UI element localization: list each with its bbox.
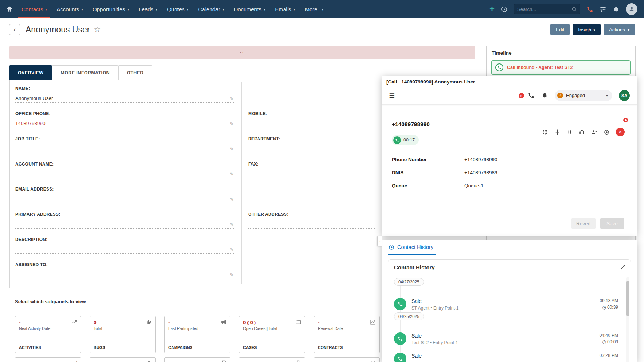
history-entry[interactable]: Sale ST Agent • Entry Point-1 09:13 AM ◷… [394,298,618,312]
agent-avatar[interactable]: SA [619,90,630,101]
subpanel-card[interactable]: ƒ [15,357,81,362]
favorite-star-icon[interactable]: ☆ [94,25,101,34]
edit-pencil-icon[interactable]: ✎ [230,96,234,101]
field-dnis: DNIS +14089798989 [392,170,497,175]
search-input[interactable] [517,7,569,12]
edit-pencil-icon[interactable]: ✎ [230,172,234,177]
history-entry[interactable]: Sale Test ST2 • Entry Point-1 04:40 PM ◷… [394,332,618,347]
agent-status-dropdown[interactable]: ✓ Engaged ▾ [555,90,612,101]
actions-button[interactable]: Actions ▾ [604,24,635,35]
document-icon [221,360,227,362]
home-icon[interactable] [6,5,13,13]
bell-icon[interactable] [541,92,548,99]
subpanel-card[interactable] [314,357,380,362]
edit-pencil-icon[interactable]: ✎ [230,222,234,227]
record-tabs: OVERVIEW MORE INFORMATION OTHER [9,65,152,80]
call-icon [394,353,406,362]
tab-contact-history[interactable]: Contact History [388,244,436,255]
chevron-down-icon: ▾ [81,7,83,11]
nav-documents[interactable]: Documents ▾ [229,0,270,18]
hold-icon[interactable] [567,129,573,135]
mute-mic-icon[interactable] [554,129,561,135]
scrollbar-thumb[interactable] [626,281,629,316]
recently-viewed-icon[interactable] [501,6,508,13]
field-office-phone: OFFICE PHONE: 14089798990✎ [10,108,242,133]
tab-overview[interactable]: OVERVIEW [9,65,52,80]
nav-accounts[interactable]: Accounts ▾ [52,0,88,18]
field-empty [242,233,379,258]
field-phone-number: Phone Number +14089798990 [392,157,497,162]
insights-button[interactable]: Insights [573,24,601,35]
transfer-icon[interactable] [591,129,597,135]
office-phone-link[interactable]: 14089798990 [15,121,46,126]
user-avatar[interactable] [626,3,637,15]
edit-pencil-icon[interactable]: ✎ [230,147,234,152]
page-title: Anonymous User [26,25,90,35]
search-icon[interactable] [571,7,577,12]
bug-icon [145,319,152,326]
edit-pencil-icon[interactable]: ✎ [230,247,234,252]
activity-chart-icon [71,319,77,325]
call-phone-icon [393,136,401,144]
history-entry[interactable]: Sale 03:28 PM [394,353,618,362]
nav-quotes[interactable]: Quotes ▾ [162,0,193,18]
edit-button[interactable]: Edit [550,24,570,35]
notification-bar[interactable]: ·· [9,46,475,59]
call-icon [394,298,406,310]
expand-icon[interactable] [620,264,626,270]
menu-hamburger-icon[interactable]: ☰ [389,92,395,100]
chevron-down-icon: ▾ [628,28,629,32]
chevron-down-icon: ▾ [187,7,189,11]
field-assigned-to: ASSIGNED TO: ✎ [10,258,242,284]
panel-collapse-handle[interactable]: › [377,236,382,246]
call-icon [394,332,406,345]
signature-icon: ƒ [75,360,77,362]
clock-icon [389,244,394,250]
notification-count-badge: 2 [519,93,524,98]
phone-cti-icon[interactable] [586,6,593,13]
nav-emails[interactable]: Emails ▾ [270,0,300,18]
field-name: NAME: Anonymous User✎ [10,82,242,108]
keypad-icon[interactable] [542,129,548,135]
contact-history-tabs: Contact History [382,240,637,255]
chevron-down-icon: ▾ [45,7,47,11]
phone-outline-icon[interactable] [528,92,535,99]
timeline-entry-call-inbound[interactable]: Call Inbound - Agent: Test ST2 [491,60,631,75]
subpanel-card[interactable] [164,357,230,362]
contact-history-window: Contact History Contact History 04/27/20… [382,240,637,362]
subpanel-card[interactable] [239,357,305,362]
subpanel-card-cases[interactable]: 0 ( 0 ) Open Cases | Total CASES [239,316,305,353]
nav-more[interactable]: More ▾ [300,0,328,18]
nav-contacts[interactable]: Contacts ▾ [17,0,52,18]
subpanel-card-campaigns[interactable]: - Last Participated CAMPAIGNS [164,316,230,353]
subpanel-heading: Select which subpanels to view [15,299,86,304]
end-call-button[interactable]: ✕ [616,128,625,136]
folder-icon [295,319,301,325]
nav-calendar[interactable]: Calendar ▾ [194,0,229,18]
field-primary-address: PRIMARY ADDRESS: ✎ [10,208,242,233]
record-icon[interactable] [604,129,610,135]
settings-sliders-icon[interactable] [600,6,606,13]
nav-opportunities[interactable]: Opportunities ▾ [88,0,134,18]
recording-indicator [623,118,628,122]
edit-pencil-icon[interactable]: ✎ [230,121,234,126]
subpanel-card-activities[interactable]: - Next Activity Date ACTIVITIES [15,316,81,353]
edit-pencil-icon[interactable]: ✎ [230,197,234,202]
tab-more-information[interactable]: MORE INFORMATION [52,65,118,80]
history-date-chip: 04/25/2025 [394,312,424,320]
field-other-address: OTHER ADDRESS: [242,208,379,233]
subpanel-cards-row-2: ƒ [15,357,380,362]
quick-create-icon[interactable]: + [489,5,495,13]
save-button[interactable]: Save [600,218,624,229]
consult-headset-icon[interactable] [579,129,585,135]
back-button[interactable]: ‹ [9,24,20,35]
subpanel-card-bugs[interactable]: 0 Total BUGS [90,316,156,353]
subpanel-card-contracts[interactable]: - Renewal Date CONTRACTS [314,316,380,353]
edit-pencil-icon[interactable]: ✎ [230,272,234,277]
notifications-bell-icon[interactable] [613,6,620,13]
revert-button[interactable]: Revert [571,218,596,229]
field-empty [242,258,379,284]
nav-leads[interactable]: Leads ▾ [134,0,162,18]
subpanel-card[interactable] [90,357,156,362]
tab-other[interactable]: OTHER [118,65,152,80]
